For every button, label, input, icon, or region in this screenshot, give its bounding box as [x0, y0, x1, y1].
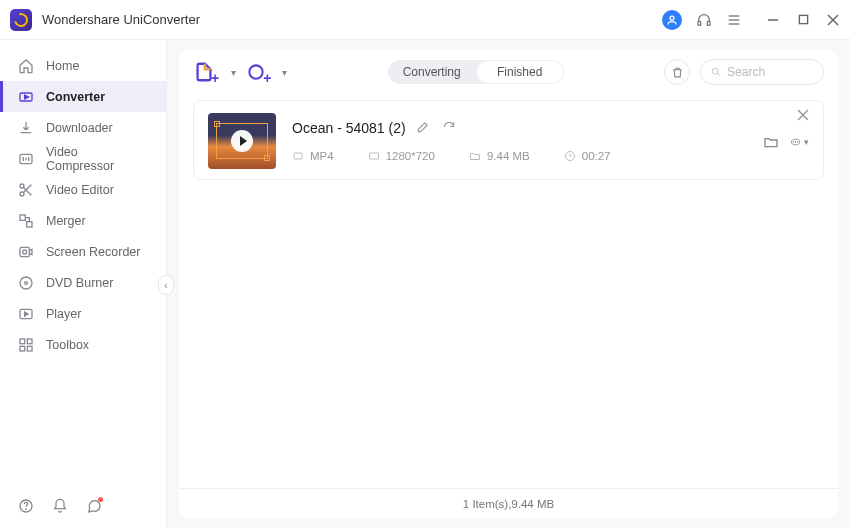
headset-icon[interactable]	[696, 12, 712, 28]
meta-resolution: 1280*720	[368, 150, 435, 162]
tab-finished[interactable]: Finished	[477, 61, 563, 83]
bell-icon[interactable]	[52, 498, 68, 514]
svg-rect-18	[27, 221, 32, 226]
svg-point-31	[250, 65, 263, 78]
meta-duration: 00:27	[564, 150, 611, 162]
sidebar-item-label: Merger	[46, 214, 86, 228]
sidebar-item-converter[interactable]: Converter	[0, 81, 166, 112]
svg-point-0	[670, 16, 674, 20]
add-file-button[interactable]: + ▾	[193, 61, 236, 83]
meta-format: MP4	[292, 150, 334, 162]
more-options-button[interactable]: ▾	[791, 133, 809, 151]
folder-icon	[469, 150, 481, 162]
disc-icon	[18, 275, 34, 291]
svg-marker-11	[25, 95, 29, 99]
sidebar-item-label: Downloader	[46, 121, 113, 135]
sidebar-item-toolbox[interactable]: Toolbox	[0, 329, 166, 360]
sidebar-item-label: Video Compressor	[46, 145, 148, 173]
svg-rect-17	[20, 215, 25, 220]
svg-rect-34	[294, 153, 302, 159]
help-icon[interactable]	[18, 498, 34, 514]
search-box[interactable]	[700, 59, 824, 85]
scissors-icon	[18, 182, 34, 198]
svg-rect-25	[20, 339, 25, 344]
add-url-button[interactable]: + ▾	[246, 62, 287, 82]
clock-icon	[564, 150, 576, 162]
sidebar-item-label: Home	[46, 59, 79, 73]
svg-point-20	[23, 250, 27, 254]
sidebar-item-label: DVD Burner	[46, 276, 113, 290]
record-icon	[18, 244, 34, 260]
tab-converting[interactable]: Converting	[388, 60, 476, 84]
svg-point-22	[25, 281, 28, 284]
svg-rect-28	[27, 346, 32, 351]
close-button[interactable]	[826, 13, 840, 27]
svg-point-32	[712, 68, 718, 74]
home-icon	[18, 58, 34, 74]
svg-point-30	[26, 509, 27, 510]
app-title: Wondershare UniConverter	[42, 12, 200, 27]
status-summary: 1 Item(s),9.44 MB	[463, 498, 554, 510]
resolution-icon	[368, 150, 380, 162]
play-icon	[18, 306, 34, 322]
svg-point-40	[793, 142, 794, 143]
sidebar-item-label: Player	[46, 307, 81, 321]
grid-icon	[18, 337, 34, 353]
sidebar-item-merger[interactable]: Merger	[0, 205, 166, 236]
search-icon	[711, 66, 721, 78]
file-card: Ocean - 54081 (2) MP4 1280*720	[193, 100, 824, 180]
content-area: + ▾ + ▾ Converting Finished	[167, 40, 850, 528]
sidebar: Home Converter Downloader Video Compress…	[0, 40, 167, 528]
sidebar-item-compressor[interactable]: Video Compressor	[0, 143, 166, 174]
status-tabs: Converting Finished	[388, 60, 564, 84]
format-icon	[292, 150, 304, 162]
svg-rect-35	[369, 153, 378, 159]
svg-rect-1	[698, 21, 701, 25]
sidebar-item-player[interactable]: Player	[0, 298, 166, 329]
open-folder-button[interactable]	[763, 133, 781, 151]
converter-icon	[18, 89, 34, 105]
titlebar: Wondershare UniConverter	[0, 0, 850, 40]
status-bar: 1 Item(s),9.44 MB	[179, 488, 838, 518]
svg-point-21	[20, 277, 32, 289]
maximize-button[interactable]	[796, 13, 810, 27]
svg-point-42	[797, 142, 798, 143]
play-button[interactable]	[231, 130, 253, 152]
sidebar-item-dvd[interactable]: DVD Burner	[0, 267, 166, 298]
download-icon	[18, 120, 34, 136]
collapse-sidebar-button[interactable]: ‹	[158, 275, 174, 295]
svg-point-14	[20, 192, 24, 196]
toolbar: + ▾ + ▾ Converting Finished	[179, 50, 838, 94]
sidebar-item-editor[interactable]: Video Editor	[0, 174, 166, 205]
merge-icon	[18, 213, 34, 229]
search-input[interactable]	[727, 65, 813, 79]
svg-rect-2	[707, 21, 710, 25]
svg-rect-19	[20, 247, 29, 256]
svg-rect-26	[27, 339, 32, 344]
feedback-icon[interactable]	[86, 498, 102, 514]
sidebar-item-home[interactable]: Home	[0, 50, 166, 81]
sidebar-item-recorder[interactable]: Screen Recorder	[0, 236, 166, 267]
app-logo	[10, 9, 32, 31]
account-icon[interactable]	[662, 10, 682, 30]
compress-icon	[18, 151, 34, 167]
svg-marker-24	[25, 312, 28, 316]
chevron-down-icon: ▾	[282, 67, 287, 78]
remove-file-button[interactable]	[797, 109, 811, 123]
menu-icon[interactable]	[726, 12, 742, 28]
meta-size: 9.44 MB	[469, 150, 530, 162]
sidebar-item-downloader[interactable]: Downloader	[0, 112, 166, 143]
minimize-button[interactable]	[766, 13, 780, 27]
file-title: Ocean - 54081 (2)	[292, 120, 406, 136]
trash-button[interactable]	[664, 59, 690, 85]
svg-point-13	[20, 184, 24, 188]
refresh-icon[interactable]	[442, 120, 458, 136]
sidebar-item-label: Video Editor	[46, 183, 114, 197]
svg-line-33	[717, 73, 720, 76]
svg-point-41	[795, 142, 796, 143]
edit-icon[interactable]	[416, 120, 432, 136]
svg-rect-7	[799, 15, 807, 23]
svg-rect-27	[20, 346, 25, 351]
sidebar-item-label: Converter	[46, 90, 105, 104]
video-thumbnail[interactable]	[208, 113, 276, 169]
